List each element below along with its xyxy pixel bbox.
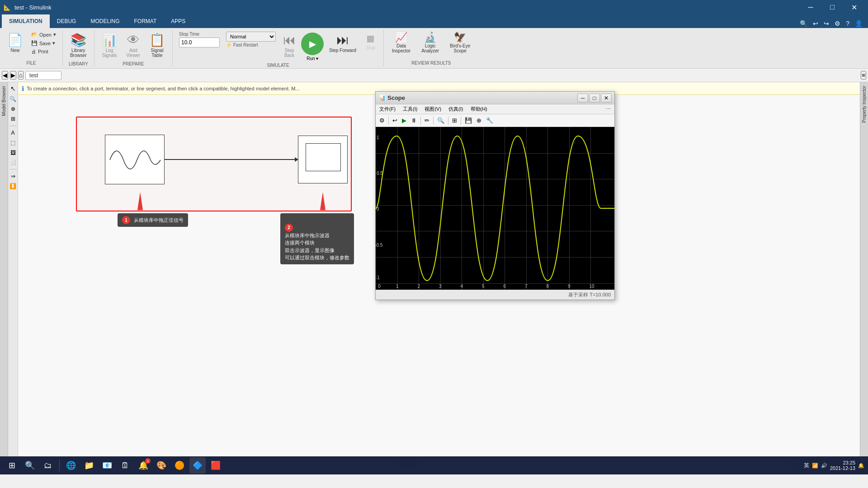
tab-simulation[interactable]: SIMULATION [2, 14, 50, 28]
explorer-button[interactable]: 📁 [81, 457, 97, 474]
edge-button[interactable]: 🌐 [63, 457, 79, 474]
annotation-2: 2 从模块库中拖示波器 连接两个模块 双击示波器，显示图像 可以通过双击模块，修… [280, 213, 354, 264]
teams-button[interactable]: 🔔 1 [135, 457, 151, 474]
back-nav-button[interactable]: ◀ [2, 71, 8, 80]
settings-ribbon-button[interactable]: ⚙ [833, 19, 842, 28]
save-icon: 💾 [31, 40, 38, 46]
step-forward-icon: ⏭ [336, 33, 349, 48]
line-tool-button[interactable]: ⬜ [9, 159, 17, 166]
port-tool-button[interactable]: ⇒ [10, 172, 16, 180]
logic-analyzer-button[interactable]: 🔬 LogicAnalyzer [417, 31, 443, 54]
print-button[interactable]: 🖨 Print [28, 48, 59, 55]
scope-settings-btn[interactable]: ⚙ [377, 116, 387, 125]
taskbar-lang[interactable]: 英 [804, 462, 809, 469]
zoom-in-button[interactable]: 🔍 [9, 95, 17, 103]
step-forward-button[interactable]: ⏭ Step Forward [326, 31, 360, 55]
scope-inspect-btn[interactable]: 🔧 [484, 116, 495, 125]
search-ribbon-button[interactable]: 🔍 [798, 19, 809, 28]
redo-button[interactable]: ↪ [822, 19, 831, 28]
property-inspector-tab[interactable]: Property Inspector [860, 82, 868, 456]
fit-view-button[interactable]: ⊞ [10, 115, 16, 123]
scope-play-btn[interactable]: ▶ [400, 116, 408, 125]
run-dropdown-icon[interactable]: ▾ [316, 56, 318, 61]
taskbar-notification-button[interactable]: 🔔 [858, 463, 864, 469]
window-title: test - Simulink [14, 4, 52, 11]
scope-minimize-button[interactable]: ─ [577, 94, 588, 103]
address-bar: ◀ ▶ ⌂ test ≡ [0, 69, 868, 82]
scope-menu-tools[interactable]: 工具(I) [401, 105, 419, 113]
breadcrumb[interactable]: test [25, 71, 61, 80]
taskbar-clock[interactable]: 23:25 2021-12-13 [830, 460, 855, 471]
run-button[interactable]: ▶ [301, 33, 324, 55]
calendar-button[interactable]: 🗓 [117, 457, 133, 474]
scope-draw-btn[interactable]: ✏ [423, 116, 431, 125]
model-browser-tab[interactable]: Model Browser [0, 82, 8, 456]
scope-zoom-btn[interactable]: 🔍 [435, 116, 446, 125]
powerpoint-button[interactable]: 🟥 [208, 457, 224, 474]
start-button[interactable]: ⊞ [4, 457, 20, 474]
scope-menu-help[interactable]: 帮助(H) [469, 105, 489, 113]
taskbar-wifi-icon: 📶 [812, 463, 818, 469]
stop-time-input[interactable] [179, 38, 220, 47]
maximize-button[interactable]: □ [822, 0, 843, 14]
signal-table-button[interactable]: 📋 SignalTable [146, 31, 169, 60]
scope-close-button[interactable]: ✕ [601, 94, 612, 103]
scope-menu-file[interactable]: 文件(F) [377, 105, 397, 113]
area-tool-button[interactable]: ⬚ [9, 139, 16, 147]
data-inspector-button[interactable]: 📈 DataInspector [387, 31, 415, 54]
stop-button[interactable]: ⏹ Stop [362, 31, 380, 52]
app1-button[interactable]: 🎨 [153, 457, 170, 474]
review-group-content: 📈 DataInspector 🔬 LogicAnalyzer 🦅 Bird's… [387, 31, 475, 59]
open-icon: 📂 [31, 32, 38, 38]
pointer-tool-button[interactable]: ↖ [9, 84, 17, 93]
collapse-button[interactable]: ⏬ [9, 182, 17, 190]
image-tool-button[interactable]: 🖼 [9, 149, 17, 157]
scope-pause-btn[interactable]: ⏸ [409, 116, 419, 125]
tab-format[interactable]: FORMAT [127, 14, 164, 28]
community-button[interactable]: 👤 [853, 19, 864, 28]
save-button[interactable]: 💾 Save ▾ [28, 39, 59, 47]
solver-select[interactable]: Normal [226, 32, 276, 42]
sine-wave-block[interactable] [105, 135, 165, 184]
ribbon-group-file: 📄 New 📂 Open ▾ 💾 Save ▾ 🖨 Print [0, 30, 63, 66]
collapse-panel-button[interactable]: ≡ [861, 71, 866, 80]
app2-button[interactable]: 🟠 [171, 457, 188, 474]
minimize-button[interactable]: ─ [800, 0, 821, 14]
scope-titlebar[interactable]: 📊 Scope ─ □ ✕ [376, 92, 614, 104]
home-nav-button[interactable]: ⌂ [18, 71, 24, 80]
model-browser-label: Model Browser [1, 86, 6, 116]
scope-plot: 1 0.5 0 -0.5 -1 0 1 2 3 4 5 6 7 8 9 10 [376, 127, 614, 290]
new-button[interactable]: 📄 New [4, 31, 27, 55]
scope-menu-simulate[interactable]: 仿真(I) [447, 105, 465, 113]
library-group-content: 📚 LibraryBrowser [66, 31, 90, 60]
library-browser-button[interactable]: 📚 LibraryBrowser [66, 31, 90, 60]
scope-menu-view[interactable]: 视图(V) [423, 105, 443, 113]
help-button[interactable]: ? [844, 19, 851, 28]
search-taskbar-button[interactable]: 🔍 [22, 457, 38, 474]
forward-nav-button[interactable]: ▶ [10, 71, 16, 80]
ribbon-group-review: 📈 DataInspector 🔬 LogicAnalyzer 🦅 Bird's… [384, 30, 478, 66]
zoom-out-button[interactable]: ⊕ [10, 105, 16, 113]
fast-restart-control[interactable]: ⚡ Fast Restart [226, 42, 276, 47]
undo-button[interactable]: ↩ [811, 19, 820, 28]
scope-cursor-btn[interactable]: ⊕ [475, 116, 483, 125]
task-view-button[interactable]: 🗂 [40, 457, 56, 474]
scope-block[interactable] [298, 136, 348, 183]
tab-debug[interactable]: DEBUG [50, 14, 84, 28]
scope-menubar: 文件(F) 工具(I) 视图(V) 仿真(I) 帮助(H) ⋯ [376, 104, 614, 114]
add-viewer-button: 👁 AddViewer [123, 31, 144, 60]
tab-modeling[interactable]: MODELING [83, 14, 127, 28]
birds-eye-scope-button[interactable]: 🦅 Bird's-EyeScope [445, 31, 475, 54]
scope-maximize-button[interactable]: □ [589, 94, 600, 103]
open-button[interactable]: 📂 Open ▾ [28, 31, 59, 38]
text-tool-button[interactable]: A [10, 129, 15, 137]
tab-apps[interactable]: APPS [164, 14, 193, 28]
scope-back-btn[interactable]: ↩ [391, 116, 399, 125]
scope-export-btn[interactable]: 💾 [463, 116, 474, 125]
mail-button[interactable]: 📧 [99, 457, 115, 474]
matlab-button[interactable]: 🔷 [189, 457, 206, 474]
scope-fit-btn[interactable]: ⊞ [450, 116, 459, 125]
close-button[interactable]: ✕ [844, 0, 864, 14]
scope-menu-extra[interactable]: ⋯ [604, 105, 613, 113]
main-area: Model Browser ↖ 🔍 ⊕ ⊞ A ⬚ 🖼 ⬜ ⇒ ⏬ ℹ To c… [0, 82, 868, 456]
